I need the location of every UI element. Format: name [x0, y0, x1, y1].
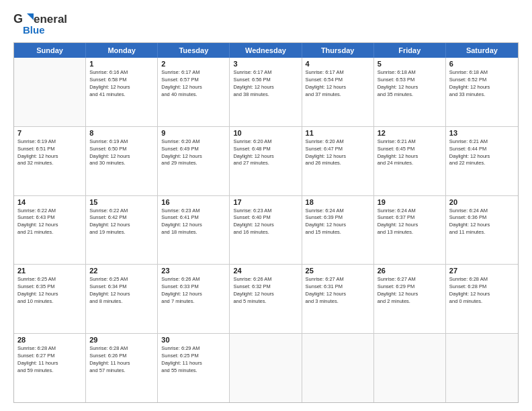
cell-info: Sunrise: 6:27 AM Sunset: 6:29 PM Dayligh… — [378, 276, 442, 306]
day-number: 13 — [449, 129, 515, 137]
header-day-monday: Monday — [86, 43, 158, 58]
calendar-cell: 15Sunrise: 6:22 AM Sunset: 6:42 PM Dayli… — [86, 196, 158, 265]
calendar-cell: 9Sunrise: 6:20 AM Sunset: 6:49 PM Daylig… — [158, 127, 230, 195]
day-number: 23 — [161, 267, 226, 275]
svg-marker-1 — [27, 13, 34, 20]
cell-info: Sunrise: 6:27 AM Sunset: 6:31 PM Dayligh… — [306, 276, 370, 306]
day-number: 26 — [378, 267, 442, 275]
cell-info: Sunrise: 6:25 AM Sunset: 6:35 PM Dayligh… — [17, 276, 82, 306]
header: G eneral Blue — [13, 12, 519, 36]
cell-info: Sunrise: 6:21 AM Sunset: 6:44 PM Dayligh… — [449, 138, 515, 168]
cell-info: Sunrise: 6:18 AM Sunset: 6:53 PM Dayligh… — [378, 69, 442, 99]
cell-info: Sunrise: 6:20 AM Sunset: 6:47 PM Dayligh… — [306, 138, 370, 168]
page: G eneral Blue SundayMondayTuesdayWednesd… — [0, 0, 532, 411]
cell-info: Sunrise: 6:24 AM Sunset: 6:39 PM Dayligh… — [306, 208, 370, 237]
cell-info: Sunrise: 6:22 AM Sunset: 6:42 PM Dayligh… — [89, 208, 154, 237]
day-number: 1 — [89, 60, 154, 68]
cell-info: Sunrise: 6:20 AM Sunset: 6:49 PM Dayligh… — [161, 138, 226, 168]
calendar-cell: 6Sunrise: 6:18 AM Sunset: 6:52 PM Daylig… — [446, 58, 518, 126]
calendar-cell: 20Sunrise: 6:24 AM Sunset: 6:36 PM Dayli… — [446, 196, 518, 265]
day-number: 6 — [449, 60, 515, 68]
logo-blue-text: Blue — [23, 24, 45, 36]
cell-info: Sunrise: 6:24 AM Sunset: 6:36 PM Dayligh… — [449, 208, 515, 237]
day-number: 21 — [17, 267, 82, 275]
cell-info: Sunrise: 6:23 AM Sunset: 6:40 PM Dayligh… — [233, 208, 298, 237]
calendar-cell — [302, 334, 374, 402]
calendar-cell: 29Sunrise: 6:28 AM Sunset: 6:26 PM Dayli… — [86, 334, 158, 402]
calendar-header: SundayMondayTuesdayWednesdayThursdayFrid… — [14, 43, 518, 58]
day-number: 3 — [233, 60, 298, 68]
calendar-cell: 23Sunrise: 6:26 AM Sunset: 6:33 PM Dayli… — [158, 265, 230, 333]
calendar-cell: 25Sunrise: 6:27 AM Sunset: 6:31 PM Dayli… — [302, 265, 374, 333]
cell-info: Sunrise: 6:28 AM Sunset: 6:28 PM Dayligh… — [449, 276, 515, 306]
header-day-tuesday: Tuesday — [158, 43, 230, 58]
day-number: 11 — [306, 129, 370, 137]
cell-info: Sunrise: 6:21 AM Sunset: 6:45 PM Dayligh… — [378, 138, 442, 168]
calendar-cell: 28Sunrise: 6:28 AM Sunset: 6:27 PM Dayli… — [14, 334, 86, 402]
day-number: 9 — [161, 129, 226, 137]
logo: G eneral Blue — [13, 12, 67, 36]
day-number: 27 — [449, 267, 515, 275]
cell-info: Sunrise: 6:28 AM Sunset: 6:26 PM Dayligh… — [89, 345, 154, 375]
calendar-cell: 5Sunrise: 6:18 AM Sunset: 6:53 PM Daylig… — [374, 58, 446, 126]
calendar-cell: 27Sunrise: 6:28 AM Sunset: 6:28 PM Dayli… — [446, 265, 518, 333]
cell-info: Sunrise: 6:17 AM Sunset: 6:54 PM Dayligh… — [306, 69, 370, 99]
day-number: 12 — [378, 129, 442, 137]
calendar-row-4: 28Sunrise: 6:28 AM Sunset: 6:27 PM Dayli… — [14, 333, 518, 402]
day-number: 5 — [378, 60, 442, 68]
calendar-cell — [446, 334, 518, 402]
cell-info: Sunrise: 6:17 AM Sunset: 6:56 PM Dayligh… — [233, 69, 298, 99]
day-number: 18 — [306, 198, 370, 206]
calendar-cell: 11Sunrise: 6:20 AM Sunset: 6:47 PM Dayli… — [302, 127, 374, 195]
header-day-friday: Friday — [374, 43, 446, 58]
cell-info: Sunrise: 6:18 AM Sunset: 6:52 PM Dayligh… — [449, 69, 515, 99]
day-number: 2 — [161, 60, 226, 68]
calendar-cell: 26Sunrise: 6:27 AM Sunset: 6:29 PM Dayli… — [374, 265, 446, 333]
day-number: 22 — [89, 267, 154, 275]
cell-info: Sunrise: 6:26 AM Sunset: 6:32 PM Dayligh… — [233, 276, 298, 306]
calendar-cell: 3Sunrise: 6:17 AM Sunset: 6:56 PM Daylig… — [230, 58, 302, 126]
day-number: 17 — [233, 198, 298, 206]
cell-info: Sunrise: 6:28 AM Sunset: 6:27 PM Dayligh… — [17, 345, 82, 375]
cell-info: Sunrise: 6:23 AM Sunset: 6:41 PM Dayligh… — [161, 208, 226, 237]
calendar-cell: 14Sunrise: 6:22 AM Sunset: 6:43 PM Dayli… — [14, 196, 86, 265]
calendar-cell — [14, 58, 86, 126]
cell-info: Sunrise: 6:19 AM Sunset: 6:51 PM Dayligh… — [17, 138, 82, 168]
cell-info: Sunrise: 6:22 AM Sunset: 6:43 PM Dayligh… — [17, 208, 82, 237]
calendar-cell: 8Sunrise: 6:19 AM Sunset: 6:50 PM Daylig… — [86, 127, 158, 195]
calendar: SundayMondayTuesdayWednesdayThursdayFrid… — [13, 42, 519, 403]
calendar-cell: 30Sunrise: 6:29 AM Sunset: 6:25 PM Dayli… — [158, 334, 230, 402]
calendar-cell: 4Sunrise: 6:17 AM Sunset: 6:54 PM Daylig… — [302, 58, 374, 126]
day-number: 24 — [233, 267, 298, 275]
calendar-cell — [230, 334, 302, 402]
calendar-cell: 13Sunrise: 6:21 AM Sunset: 6:44 PM Dayli… — [446, 127, 518, 195]
calendar-row-0: 1Sunrise: 6:16 AM Sunset: 6:58 PM Daylig… — [14, 58, 518, 126]
calendar-cell: 16Sunrise: 6:23 AM Sunset: 6:41 PM Dayli… — [158, 196, 230, 265]
calendar-cell: 24Sunrise: 6:26 AM Sunset: 6:32 PM Dayli… — [230, 265, 302, 333]
header-day-wednesday: Wednesday — [230, 43, 302, 58]
header-day-saturday: Saturday — [446, 43, 518, 58]
day-number: 20 — [449, 198, 515, 206]
day-number: 28 — [17, 336, 82, 344]
day-number: 25 — [306, 267, 370, 275]
calendar-cell: 17Sunrise: 6:23 AM Sunset: 6:40 PM Dayli… — [230, 196, 302, 265]
calendar-cell: 10Sunrise: 6:20 AM Sunset: 6:48 PM Dayli… — [230, 127, 302, 195]
svg-text:G: G — [13, 12, 23, 26]
day-number: 4 — [306, 60, 370, 68]
cell-info: Sunrise: 6:24 AM Sunset: 6:37 PM Dayligh… — [378, 208, 442, 237]
calendar-cell: 12Sunrise: 6:21 AM Sunset: 6:45 PM Dayli… — [374, 127, 446, 195]
day-number: 19 — [378, 198, 442, 206]
calendar-body: 1Sunrise: 6:16 AM Sunset: 6:58 PM Daylig… — [14, 58, 518, 402]
cell-info: Sunrise: 6:25 AM Sunset: 6:34 PM Dayligh… — [89, 276, 154, 306]
cell-info: Sunrise: 6:26 AM Sunset: 6:33 PM Dayligh… — [161, 276, 226, 306]
calendar-row-1: 7Sunrise: 6:19 AM Sunset: 6:51 PM Daylig… — [14, 126, 518, 195]
calendar-row-3: 21Sunrise: 6:25 AM Sunset: 6:35 PM Dayli… — [14, 264, 518, 333]
cell-info: Sunrise: 6:16 AM Sunset: 6:58 PM Dayligh… — [89, 69, 154, 99]
day-number: 16 — [161, 198, 226, 206]
calendar-cell: 18Sunrise: 6:24 AM Sunset: 6:39 PM Dayli… — [302, 196, 374, 265]
day-number: 14 — [17, 198, 82, 206]
day-number: 7 — [17, 129, 82, 137]
calendar-cell: 1Sunrise: 6:16 AM Sunset: 6:58 PM Daylig… — [86, 58, 158, 126]
header-day-thursday: Thursday — [302, 43, 374, 58]
day-number: 30 — [161, 336, 226, 344]
